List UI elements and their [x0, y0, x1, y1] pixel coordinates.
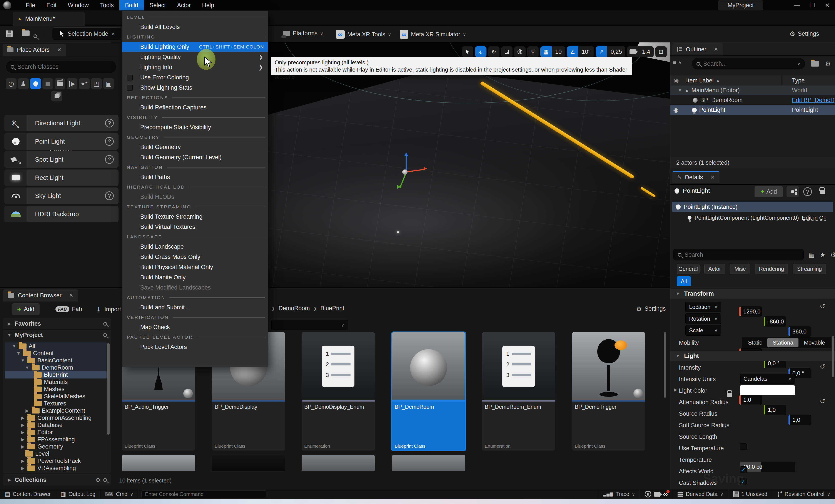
close-icon[interactable]: ✕ — [710, 174, 715, 180]
scale-snap-value[interactable]: 0,25 — [607, 46, 626, 57]
location-y-field[interactable]: -860,0 — [764, 317, 786, 326]
category-general[interactable]: General — [677, 264, 699, 274]
edit-blueprint-link[interactable]: Edit BP_DemoR — [792, 97, 834, 103]
fab-button[interactable]: FAB Fab — [56, 306, 82, 313]
cinematics-category-icon[interactable] — [55, 78, 65, 89]
menu-item-precompute-static-visibility[interactable]: Precompute Static Visibility — [122, 122, 268, 133]
intensity-units-dropdown[interactable]: Candelas∨ — [740, 374, 795, 384]
reset-intensity-icon[interactable]: ↺ — [820, 363, 825, 370]
menu-build[interactable]: Build — [119, 0, 144, 11]
level-tab[interactable]: ▲ MainMenu* — [13, 12, 85, 26]
tree-item[interactable]: ▼Content — [16, 349, 120, 357]
menu-item-use-error-coloring[interactable]: Use Error Coloring — [122, 73, 268, 83]
asset-grid-scrollbar[interactable] — [664, 332, 666, 398]
grid-snap-toggle[interactable]: ▦ — [541, 46, 552, 57]
light-item-sky[interactable]: Sky Light ? — [4, 187, 119, 204]
partial-asset-tile[interactable] — [212, 455, 285, 471]
instance-row[interactable]: PointLight (Instance) — [672, 202, 833, 212]
gear-icon[interactable]: ⚙ — [825, 60, 831, 67]
unsaved-button[interactable]: 1 Unsaved — [728, 489, 772, 499]
light-color-swatch[interactable] — [740, 385, 795, 395]
content-browser-tab[interactable]: Content Browser ✕ — [3, 289, 78, 302]
meta-xr-tools-dropdown[interactable]: ∞ Meta XR Tools ∨ — [336, 30, 391, 39]
add-collection-icon[interactable]: ⊕ — [96, 477, 100, 483]
grid-view-icon[interactable]: ▦ — [809, 251, 815, 258]
maximize-viewport-button[interactable]: ⊞ — [655, 46, 667, 57]
menu-help[interactable]: Help — [196, 0, 220, 11]
outliner-column-header[interactable]: ◉ Item Label ▲ Type — [670, 76, 835, 85]
place-actors-tab[interactable]: Place Actors ✕ — [3, 44, 66, 56]
insights-buttons[interactable]: ∞ — [640, 489, 673, 499]
close-icon[interactable]: ✕ — [714, 46, 718, 53]
close-button[interactable]: ✕ — [820, 0, 835, 11]
volumes-category-icon[interactable]: ▣ — [103, 78, 114, 89]
menu-item-build-hlods[interactable]: Build HLODs — [122, 192, 268, 202]
close-icon[interactable]: ✕ — [57, 47, 61, 53]
menu-item-map-check[interactable]: Map Check — [122, 322, 268, 332]
help-icon[interactable]: ? — [105, 191, 114, 200]
menu-item-save-modified-landscapes[interactable]: Save Modified Landscapes — [122, 283, 268, 293]
shapes-category-icon[interactable]: ◼ — [42, 78, 53, 89]
output-log-button[interactable]: ▥ Output Log — [56, 489, 100, 499]
search-icon[interactable] — [103, 322, 107, 326]
breadcrumb-blueprint[interactable]: BluePrint — [321, 305, 344, 312]
rotate-tool-button[interactable]: ↻ — [488, 46, 500, 57]
vfx-category-icon[interactable]: ★★ — [79, 78, 89, 89]
derived-data-dropdown[interactable]: Derived Data ∨ — [673, 489, 729, 499]
category-misc[interactable]: Misc — [730, 264, 750, 274]
scale-tool-button[interactable]: ↘ — [501, 46, 512, 57]
minimize-button[interactable]: — — [789, 0, 805, 11]
reset-attenuation-icon[interactable]: ↺ — [820, 398, 825, 405]
menu-file[interactable]: File — [20, 0, 41, 11]
new-folder-icon[interactable] — [811, 61, 819, 66]
outliner-row-pointlight[interactable]: ◉ PointLight PointLight — [670, 105, 835, 115]
menu-item-pack-level-actors[interactable]: Pack Level Actors — [122, 342, 268, 352]
menu-item-build-landscape[interactable]: Build Landscape — [122, 242, 268, 252]
favorites-star-icon[interactable]: ★ — [820, 251, 826, 258]
partial-asset-tile[interactable] — [122, 455, 195, 471]
gear-icon[interactable]: ⚙ — [830, 251, 835, 258]
help-icon[interactable]: ? — [105, 119, 114, 127]
asset-tile-selected[interactable]: BP_DemoRoomBlueprint Class — [392, 332, 465, 450]
light-section-header[interactable]: ▼ Light — [670, 351, 835, 361]
geometry-category-icon[interactable]: ◰ — [91, 78, 102, 89]
menu-item-show-lighting-stats[interactable]: Show Lighting Stats — [122, 83, 268, 93]
outliner-row-world[interactable]: ▼ ▲ MainMenu (Editor) World — [670, 85, 835, 95]
scale-snap-toggle[interactable]: ↗ — [596, 46, 607, 57]
add-button[interactable]: + Add — [12, 303, 40, 315]
outliner-filter-button[interactable]: ≡∨ — [673, 59, 682, 66]
edit-in-cpp-link[interactable]: Edit in C+ — [802, 215, 827, 221]
mobility-static[interactable]: Static — [743, 338, 767, 347]
asset-tile[interactable]: 123 BP_DemoDisplay_EnumEnumeration — [302, 332, 375, 450]
rotation-snap-toggle[interactable]: ∠ — [567, 46, 578, 57]
project-section[interactable]: ▼ MyProject — [3, 329, 111, 341]
favorites-section[interactable]: ▶ Favorites — [3, 318, 111, 329]
menu-tools[interactable]: Tools — [94, 0, 119, 11]
cmd-dropdown[interactable]: ⌨ Cmd ∨ — [100, 489, 138, 499]
tree-item[interactable]: ▼All — [12, 342, 116, 350]
help-icon[interactable]: ? — [105, 155, 114, 164]
add-component-button[interactable]: + Add — [755, 186, 783, 197]
import-button[interactable]: ⭳ Import — [96, 306, 121, 313]
search-icon[interactable] — [103, 333, 107, 337]
move-tool-button[interactable]: ↔↕ — [475, 46, 486, 57]
scale-y-field[interactable]: 1,0 — [764, 405, 786, 415]
menu-item-build-physical-material-only[interactable]: Build Physical Material Only — [122, 262, 268, 273]
mobility-stationary[interactable]: Stationa — [767, 338, 798, 347]
details-search-input[interactable]: Search — [673, 249, 804, 260]
collections-section[interactable]: ▶ Collections ⊕ — [3, 474, 111, 485]
selection-mode-dropdown[interactable]: Selection Mode ∨ — [52, 27, 122, 40]
tree-item[interactable]: ▶VRAssembling — [20, 464, 125, 472]
select-tool-button[interactable] — [462, 46, 473, 57]
scale-dropdown[interactable]: Scale∨ — [686, 325, 721, 336]
location-dropdown[interactable]: Location∨ — [686, 302, 721, 312]
asset-tile[interactable]: 123 BP_DemoRoom_EnumEnumeration — [482, 332, 555, 450]
all-classes-category-icon[interactable] — [51, 91, 62, 101]
visibility-eye-icon[interactable]: ◉ — [673, 106, 678, 114]
basic-category-icon[interactable]: ♟ — [18, 78, 29, 89]
details-scrollbar[interactable] — [832, 336, 834, 377]
revision-control-dropdown[interactable]: Revision Control ∨ — [772, 489, 835, 499]
help-icon[interactable]: ? — [105, 137, 114, 146]
light-item-point[interactable]: Point Light ? — [4, 133, 119, 150]
menu-window[interactable]: Window — [62, 0, 94, 11]
